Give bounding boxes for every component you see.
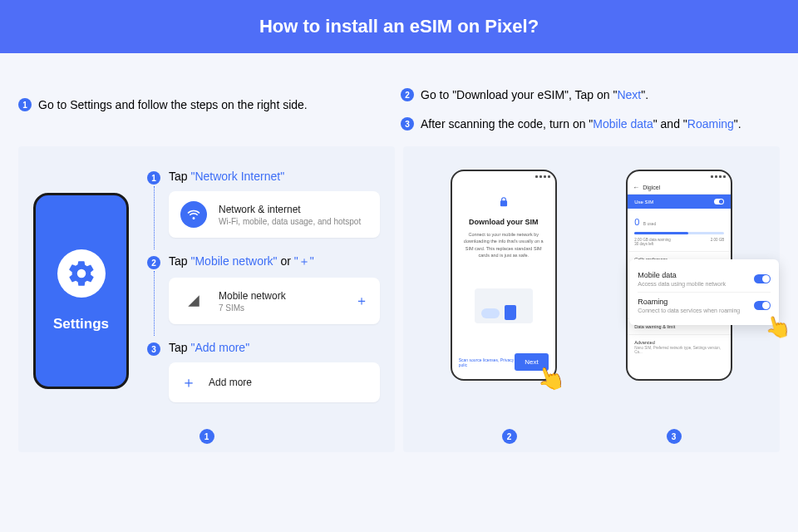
step2-mid: or <box>278 254 294 268</box>
intro-step-3-text-b: ". <box>734 117 741 131</box>
status-bar <box>628 171 731 181</box>
step3-link: "Add more" <box>190 341 249 354</box>
settings-label: Settings <box>53 316 109 332</box>
step2-link2: "＋" <box>294 254 314 268</box>
step2-prefix: Tap <box>169 254 190 268</box>
pointer-hand-icon: 👆 <box>761 311 794 342</box>
back-arrow-icon[interactable]: ← <box>633 184 639 191</box>
download-sim-phone: Download your SIM Connect to your mobile… <box>451 170 557 381</box>
intro-step-1-text: Go to Settings and follow the steps on t… <box>38 96 308 114</box>
step1-prefix: Tap <box>169 170 190 183</box>
panel-badge-2: 2 <box>502 429 517 444</box>
signal-icon <box>180 288 207 314</box>
card-title: Add more <box>209 377 252 388</box>
mobile-data-row[interactable]: Mobile data Access data using mobile net… <box>638 266 771 292</box>
data-limit: 2.00 GB <box>711 238 725 242</box>
row-title: Advanced <box>634 340 724 345</box>
mobile-data-title: Mobile data <box>638 271 726 279</box>
use-sim-row[interactable]: Use SIM <box>628 195 731 209</box>
step3-prefix: Tap <box>169 341 190 354</box>
wifi-icon <box>180 201 207 228</box>
cloud-icon <box>481 308 500 318</box>
mobile-network-card[interactable]: Mobile network 7 SIMs ＋ <box>169 278 380 324</box>
gear-icon <box>57 249 106 298</box>
step-number-icon: 2 <box>401 88 414 101</box>
intro-section: 1 Go to Settings and follow the steps on… <box>0 53 798 146</box>
usage-value: 0 <box>634 217 639 227</box>
use-sim-label: Use SIM <box>634 200 653 204</box>
step-number-icon: 3 <box>147 342 160 356</box>
plus-icon[interactable]: ＋ <box>355 293 368 310</box>
steps-list: 1 Tap "Network Internet" Network & inter… <box>147 170 380 419</box>
roaming-sub: Connect to data services when roaming <box>638 308 740 313</box>
row-sub: Nano SIM, Preferred network type, Settin… <box>634 346 724 354</box>
sim-illustration <box>475 288 533 323</box>
lock-icon <box>498 196 510 209</box>
intro-step-2: 2 Go to "Download your eSIM", Tap on "Ne… <box>401 86 780 104</box>
download-sim-title: Download your SIM <box>461 218 547 226</box>
carrier-name: Digicel <box>643 185 660 190</box>
toggle-on-icon[interactable] <box>754 301 771 310</box>
intro-step-3-text-a: After scanning the code, turn on " <box>421 117 593 131</box>
download-sim-desc: Connect to your mobile network by downlo… <box>461 231 547 259</box>
next-link: Next <box>617 88 641 101</box>
intro-step-1: 1 Go to Settings and follow the steps on… <box>18 96 308 114</box>
panel-badge-1: 1 <box>200 429 214 444</box>
step2-link: "Mobile network" <box>190 254 277 268</box>
toggle-on-icon[interactable] <box>754 274 771 283</box>
step-number-icon: 3 <box>401 117 414 131</box>
sim-chip-icon <box>505 305 516 320</box>
footer-link[interactable]: Scan source licenses, Privacy polic <box>459 357 515 367</box>
step1-link: "Network Internet" <box>190 170 284 183</box>
advanced-row[interactable]: Advanced Nano SIM, Preferred network typ… <box>628 334 731 359</box>
mobile-data-link: Mobile data <box>593 117 653 131</box>
intro-step-2-text-a: Go to "Download your eSIM", Tap on " <box>421 88 617 101</box>
page-title: How to install an eSIM on Pixel? <box>259 16 539 37</box>
step-number-icon: 2 <box>147 256 160 269</box>
roaming-title: Roaming <box>638 298 740 306</box>
toggle-on-icon[interactable] <box>714 199 724 204</box>
panel-right: Download your SIM Connect to your mobile… <box>403 146 780 452</box>
card-title: Mobile network <box>219 290 286 302</box>
intro-step-2-text-b: ". <box>641 88 648 101</box>
data-usage-section: 0 B used 2.00 GB data warning2.00 GB 30 … <box>628 209 731 251</box>
mobile-data-sub: Access data using mobile network <box>638 281 726 287</box>
card-title: Network & internet <box>219 204 361 215</box>
settings-phone-mock: Settings <box>33 193 129 389</box>
step-number-icon: 1 <box>18 98 32 111</box>
panel-badge-3: 3 <box>667 429 682 444</box>
plus-icon: ＋ <box>180 372 197 392</box>
days-left: 30 days left <box>634 242 653 246</box>
roaming-link: Roaming <box>687 117 734 131</box>
panel-1: Settings 1 Tap "Network Internet" Networ… <box>18 146 395 452</box>
panels: Settings 1 Tap "Network Internet" Networ… <box>0 146 798 470</box>
toggle-overlay: Mobile data Access data using mobile net… <box>629 259 779 325</box>
intro-step-3: 3 After scanning the code, turn on "Mobi… <box>401 116 780 133</box>
network-internet-card[interactable]: Network & internet Wi-Fi, mobile, data u… <box>169 191 380 238</box>
status-bar <box>452 171 555 181</box>
card-subtitle: Wi-Fi, mobile, data usage, and hotspot <box>219 217 361 226</box>
card-subtitle: 7 SIMs <box>219 303 286 313</box>
usage-unit: B used <box>643 221 657 226</box>
intro-step-3-mid: " and " <box>653 117 687 131</box>
add-more-card[interactable]: ＋ Add more <box>169 362 380 402</box>
step-number-icon: 1 <box>147 171 160 185</box>
roaming-row[interactable]: Roaming Connect to data services when ro… <box>638 292 771 318</box>
page-header: How to install an eSIM on Pixel? <box>0 0 798 53</box>
